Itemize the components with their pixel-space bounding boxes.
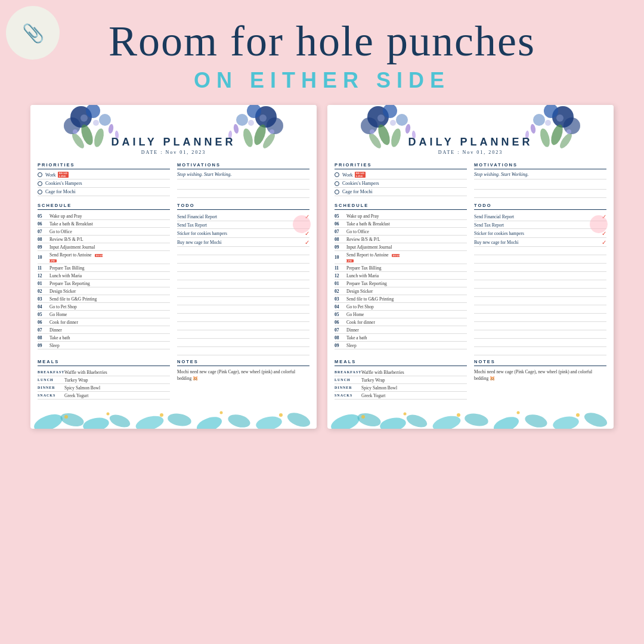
svg-point-64: [356, 411, 382, 429]
svg-point-27: [108, 413, 132, 429]
svg-point-61: [530, 124, 537, 134]
svg-point-73: [361, 415, 365, 419]
background: 📎 Room for hole punches ON EITHER SIDE: [0, 0, 644, 644]
planner-date-2: DATE : Nov 01, 2023: [438, 150, 503, 155]
motivations-label-2: MOTIVATIONS: [474, 162, 606, 168]
svg-point-66: [405, 413, 429, 429]
svg-point-76: [517, 411, 520, 414]
notes-text-1: Mochi need new cage (Pink Cage), new whe…: [177, 369, 309, 382]
svg-point-17: [242, 128, 255, 148]
meals-label-2: MEALS: [335, 359, 467, 364]
svg-point-46: [377, 114, 385, 122]
schedule-label-2: SCHEDULE: [335, 203, 467, 208]
svg-point-24: [32, 411, 64, 429]
motivations-section-2: MOTIVATIONS Stop wishing. Start Working.: [474, 162, 606, 198]
svg-point-9: [73, 129, 78, 134]
priorities-label-2: PRIORITIES: [335, 162, 467, 168]
svg-point-10: [108, 124, 114, 134]
planner-page-2: DAILY PLANNER DATE : Nov 01, 2023 PRIORI…: [327, 105, 614, 429]
svg-point-58: [556, 114, 564, 122]
svg-point-74: [404, 413, 407, 416]
svg-point-35: [107, 413, 110, 416]
planners-container: DAILY PLANNER DATE : Nov 01, 2023 PRIORI…: [0, 93, 644, 429]
svg-point-19: [259, 114, 267, 122]
meals-section-2: MEALS BREAKFASTWaffle with Blueberries L…: [335, 359, 467, 400]
svg-point-8: [93, 120, 99, 126]
svg-point-36: [160, 413, 163, 417]
svg-point-22: [233, 124, 240, 134]
svg-point-25: [59, 411, 85, 429]
priorities-section-2: PRIORITIES Work DEADLINE Cookies's Hampe…: [335, 162, 467, 198]
svg-point-29: [167, 412, 193, 428]
notes-label-2: NOTES: [474, 359, 606, 364]
svg-point-65: [379, 416, 407, 429]
svg-point-37: [220, 411, 223, 414]
svg-point-31: [227, 413, 252, 429]
notes-section-1: NOTES Mochi need new cage (Pink Cage), n…: [177, 359, 309, 400]
svg-point-34: [64, 415, 68, 419]
caps-title: ON EITHER SIDE: [0, 68, 644, 93]
svg-point-72: [583, 410, 609, 429]
svg-point-59: [545, 120, 551, 126]
svg-point-7: [80, 114, 88, 122]
planner-title-1: DAILY PLANNER: [111, 136, 236, 148]
motivation-text-1: Stop wishing. Start Working.: [177, 172, 309, 179]
svg-point-42: [396, 114, 408, 126]
svg-point-68: [464, 412, 490, 428]
svg-point-63: [329, 411, 361, 429]
planner-date-1: DATE : Nov 01, 2023: [141, 150, 206, 155]
todo-label-2: TODO: [474, 203, 606, 208]
floral-header-2: DAILY PLANNER DATE : Nov 01, 2023: [327, 105, 614, 159]
svg-point-20: [248, 120, 254, 126]
svg-point-48: [370, 129, 374, 134]
svg-point-56: [538, 128, 552, 148]
motivations-section-1: MOTIVATIONS Stop wishing. Start Working.: [177, 162, 309, 198]
svg-point-44: [389, 128, 402, 148]
motivations-label-1: MOTIVATIONS: [177, 162, 309, 168]
svg-point-32: [255, 415, 283, 429]
script-title: Room for hole punches: [0, 18, 644, 65]
svg-point-41: [361, 117, 377, 134]
svg-point-2: [64, 117, 80, 134]
meals-section-1: MEALS BREAKFASTWaffle with Blueberries L…: [38, 359, 170, 400]
svg-point-3: [99, 114, 111, 126]
header: Room for hole punches ON EITHER SIDE: [0, 0, 644, 93]
meals-label-1: MEALS: [38, 359, 170, 364]
svg-point-70: [524, 413, 549, 429]
floral-header-1: DAILY PLANNER DATE : Nov 01, 2023: [30, 105, 317, 159]
svg-point-47: [390, 120, 396, 126]
svg-point-33: [286, 410, 312, 429]
schedule-section-2: SCHEDULE 05Wake up and Pray 06Take a bat…: [335, 203, 467, 355]
notes-label-1: NOTES: [177, 359, 309, 364]
priority-item-1: Work DEADLINE: [38, 172, 170, 179]
todo-section-2: TODO Send Financial Report✓ Send Tax Rep…: [474, 203, 606, 355]
svg-point-30: [195, 414, 224, 429]
svg-point-5: [92, 128, 106, 148]
notes-text-2: Mochi need new cage (Pink Cage), new whe…: [474, 369, 606, 382]
planner-title-2: DAILY PLANNER: [408, 136, 532, 148]
svg-point-60: [566, 129, 571, 134]
svg-point-54: [533, 114, 545, 126]
floral-footer-1: [30, 402, 317, 429]
svg-point-15: [236, 114, 248, 126]
priorities-label-1: PRIORITIES: [38, 162, 170, 168]
notes-section-2: NOTES Mochi need new cage (Pink Cage), n…: [474, 359, 606, 400]
schedule-section-1: SCHEDULE 05Wake up and Pray 06Take a bat…: [38, 203, 170, 355]
schedule-label-1: SCHEDULE: [38, 203, 170, 208]
svg-point-14: [267, 117, 283, 134]
priority-item-2: Cookies's Hampers: [38, 181, 170, 188]
floral-footer-2: [327, 402, 614, 429]
svg-point-77: [576, 413, 580, 417]
svg-point-49: [405, 124, 411, 134]
svg-point-69: [492, 414, 521, 429]
svg-point-53: [564, 117, 580, 134]
svg-point-21: [270, 129, 274, 134]
svg-point-75: [457, 413, 460, 417]
priority-item-3: Cage for Mochi: [38, 189, 170, 196]
svg-point-26: [82, 416, 110, 429]
svg-point-38: [279, 413, 283, 417]
planner-page-1: DAILY PLANNER DATE : Nov 01, 2023 PRIORI…: [30, 105, 317, 429]
priorities-section-1: PRIORITIES Work DEADLINE Cookies's Hampe…: [38, 162, 170, 198]
svg-point-71: [552, 415, 580, 429]
todo-section-1: TODO Send Financial Report✓ Send Tax Rep…: [177, 203, 309, 355]
